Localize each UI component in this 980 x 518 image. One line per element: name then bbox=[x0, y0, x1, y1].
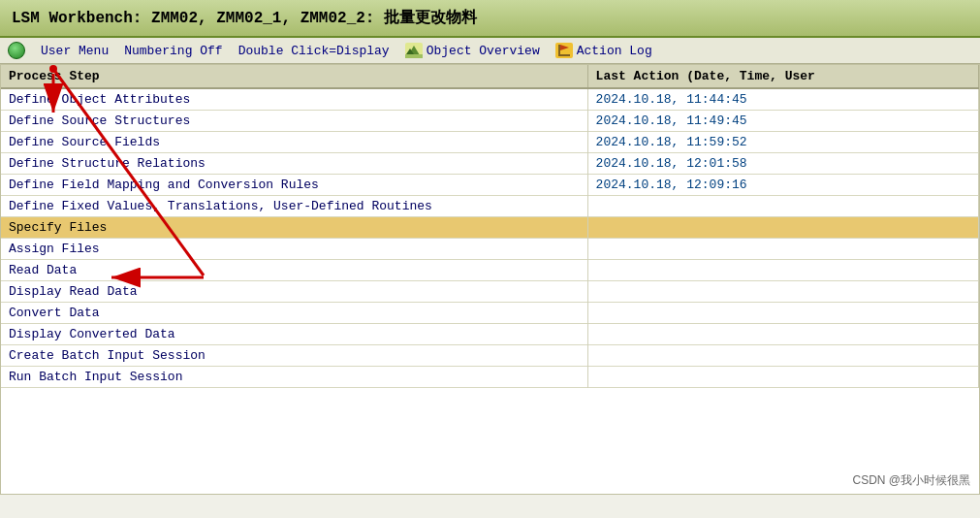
svg-rect-3 bbox=[405, 54, 423, 58]
svg-rect-7 bbox=[558, 54, 570, 56]
table-row[interactable]: Display Read Data bbox=[1, 281, 979, 303]
cell-process-step: Define Structure Relations bbox=[1, 153, 587, 175]
cell-last-action bbox=[587, 324, 978, 345]
cell-last-action bbox=[587, 345, 978, 367]
table-row[interactable]: Create Batch Input Session bbox=[1, 345, 979, 367]
mountain-icon bbox=[405, 43, 423, 58]
cell-process-step: Define Field Mapping and Conversion Rule… bbox=[1, 175, 587, 196]
table-row[interactable]: Run Batch Input Session bbox=[1, 367, 979, 388]
menu-item-action-log[interactable]: Action Log bbox=[555, 43, 652, 58]
menu-item-user-menu[interactable]: User Menu bbox=[41, 44, 109, 58]
table-row[interactable]: Define Source Structures2024.10.18, 11:4… bbox=[1, 111, 979, 132]
cell-process-step: Convert Data bbox=[1, 303, 587, 324]
cell-process-step: Display Read Data bbox=[1, 281, 587, 303]
cell-last-action bbox=[587, 217, 978, 239]
cell-process-step: Define Source Structures bbox=[1, 111, 587, 132]
cell-process-step: Read Data bbox=[1, 260, 587, 281]
table-row[interactable]: Define Field Mapping and Conversion Rule… bbox=[1, 175, 979, 196]
cell-process-step: Define Source Fields bbox=[1, 132, 587, 153]
col-last-action: Last Action (Date, Time, User bbox=[587, 65, 978, 88]
cell-process-step: Create Batch Input Session bbox=[1, 345, 587, 367]
cell-process-step: Define Fixed Values, Translations, User-… bbox=[1, 196, 587, 217]
table-header-row: Process Step Last Action (Date, Time, Us… bbox=[1, 65, 979, 88]
menu-item-numbering-off[interactable]: Numbering Off bbox=[124, 44, 222, 58]
cell-last-action bbox=[587, 260, 978, 281]
table-row[interactable]: Specify Files bbox=[1, 217, 979, 239]
table-row[interactable]: Define Source Fields2024.10.18, 11:59:52 bbox=[1, 132, 979, 153]
content-wrapper: Process Step Last Action (Date, Time, Us… bbox=[0, 64, 980, 495]
menu-item-object-overview[interactable]: Object Overview bbox=[405, 43, 540, 58]
cell-last-action bbox=[587, 303, 978, 324]
table-row[interactable]: Display Converted Data bbox=[1, 324, 979, 345]
table-row[interactable]: Convert Data bbox=[1, 303, 979, 324]
cell-last-action: 2024.10.18, 12:01:58 bbox=[587, 153, 978, 175]
title-bar: LSM Workbench: ZMM02, ZMM02_1, ZMM02_2: … bbox=[0, 0, 980, 38]
table-row[interactable]: Define Fixed Values, Translations, User-… bbox=[1, 196, 979, 217]
cell-last-action bbox=[587, 281, 978, 303]
watermark: CSDN @我小时候很黑 bbox=[852, 472, 970, 489]
cell-last-action bbox=[587, 196, 978, 217]
table-row[interactable]: Define Structure Relations2024.10.18, 12… bbox=[1, 153, 979, 175]
cell-process-step: Run Batch Input Session bbox=[1, 367, 587, 388]
cell-last-action bbox=[587, 367, 978, 388]
cell-last-action: 2024.10.18, 11:59:52 bbox=[587, 132, 978, 153]
cell-process-step: Specify Files bbox=[1, 217, 587, 239]
action-log-icon bbox=[555, 43, 573, 58]
cell-last-action: 2024.10.18, 11:44:45 bbox=[587, 88, 978, 111]
cell-last-action: 2024.10.18, 12:09:16 bbox=[587, 175, 978, 196]
cell-last-action bbox=[587, 239, 978, 260]
cell-process-step: Assign Files bbox=[1, 239, 587, 260]
cell-process-step: Display Converted Data bbox=[1, 324, 587, 345]
page-title: LSM Workbench: ZMM02, ZMM02_1, ZMM02_2: … bbox=[12, 10, 477, 27]
menu-bar: User Menu Numbering Off Double Click=Dis… bbox=[0, 38, 980, 64]
cell-process-step: Define Object Attributes bbox=[1, 88, 587, 111]
process-table: Process Step Last Action (Date, Time, Us… bbox=[0, 64, 980, 495]
table-row[interactable]: Assign Files bbox=[1, 239, 979, 260]
cell-last-action: 2024.10.18, 11:49:45 bbox=[587, 111, 978, 132]
table-row[interactable]: Read Data bbox=[1, 260, 979, 281]
col-process-step: Process Step bbox=[1, 65, 587, 88]
table-row[interactable]: Define Object Attributes2024.10.18, 11:4… bbox=[1, 88, 979, 111]
menu-item-double-click-display[interactable]: Double Click=Display bbox=[238, 44, 390, 58]
green-circle-icon[interactable] bbox=[8, 42, 25, 59]
